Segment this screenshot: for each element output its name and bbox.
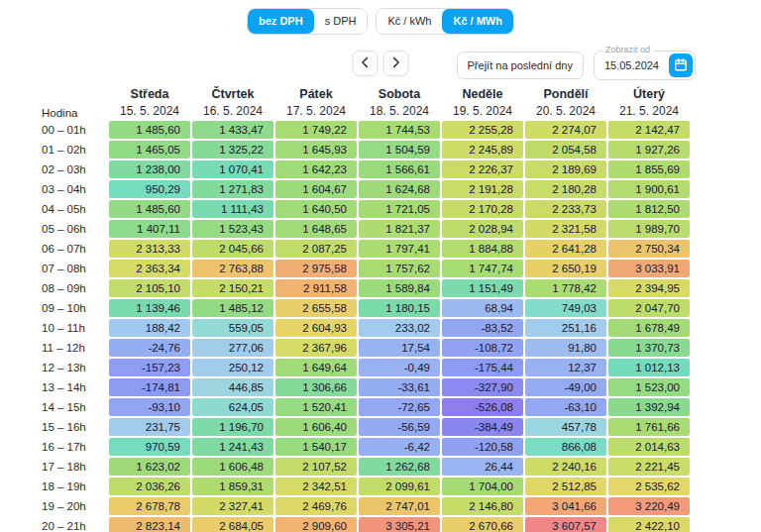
price-cell: 1 271,83 — [192, 180, 273, 198]
toggle-button[interactable]: Kč / kWh — [377, 9, 442, 34]
day-header: Čtvrtek — [192, 86, 273, 102]
price-cell: 2 146,80 — [442, 497, 523, 515]
day-header: Úterý — [608, 86, 690, 102]
price-cell: 2 233,73 — [525, 200, 606, 218]
price-cell: 2 394,95 — [608, 279, 690, 297]
price-cell: -0,49 — [359, 359, 440, 376]
hour-label: 03 – 04h — [42, 180, 107, 198]
price-cell: 2 054,58 — [525, 141, 606, 159]
date-header: 15. 5. 2024 — [109, 104, 190, 119]
price-cell: -63,10 — [525, 398, 606, 416]
date-header: 16. 5. 2024 — [192, 104, 273, 119]
price-cell: 1 900,61 — [608, 180, 690, 198]
price-cell: 2 142,47 — [608, 121, 690, 139]
price-cell: 1 761,66 — [608, 418, 690, 436]
calendar-icon — [674, 57, 688, 74]
price-cell: 2 274,07 — [525, 121, 606, 139]
price-cell: 1 749,22 — [275, 121, 357, 139]
price-cell: 1 111,43 — [192, 200, 273, 218]
date-header: 17. 5. 2024 — [275, 104, 357, 119]
price-cell: 277,06 — [192, 339, 273, 357]
price-cell: 3 220,49 — [608, 497, 690, 515]
price-cell: 1 821,37 — [359, 220, 440, 238]
price-cell: 2 191,28 — [442, 180, 523, 198]
price-cell: 2 014,63 — [608, 438, 690, 456]
price-cell: 2 087,25 — [275, 240, 357, 258]
price-cell: 1 485,60 — [109, 200, 190, 218]
day-header: Středa — [109, 86, 190, 102]
price-cell: 1 485,60 — [109, 121, 190, 139]
price-cell: -175,44 — [442, 359, 523, 376]
price-cell: 2 422,10 — [608, 517, 690, 532]
table-row: 12 – 13h-157,23250,121 649,64-0,49-175,4… — [42, 359, 690, 376]
price-cell: 12,37 — [525, 359, 606, 376]
day-header: Pátek — [275, 86, 357, 102]
table-row: 02 – 03h1 238,001 070,411 642,231 566,61… — [42, 160, 690, 178]
price-cell: 2 255,28 — [442, 121, 523, 139]
date-picker[interactable]: Zobrazit od 15.05.2024 — [594, 51, 696, 80]
price-cell: 1 859,31 — [192, 478, 273, 495]
price-cell: 2 036,26 — [109, 478, 190, 495]
toggle-button[interactable]: s DPH — [314, 9, 368, 34]
chevron-left-icon — [359, 55, 373, 72]
price-cell: 457,78 — [525, 418, 606, 436]
price-cell: -108,72 — [442, 339, 523, 357]
date-picker-label: Zobrazit od — [602, 45, 653, 54]
vat-toggle-group: bez DPHs DPH — [247, 8, 368, 35]
price-cell: 2 099,61 — [359, 478, 440, 495]
price-cell: 2 221,45 — [608, 458, 690, 476]
price-cell: 2 189,69 — [525, 160, 606, 178]
price-cell: 1 606,40 — [275, 418, 357, 436]
price-cell: 1 645,93 — [275, 141, 357, 159]
day-header: Pondělí — [525, 86, 606, 102]
toggle-button[interactable]: Kč / MWh — [442, 9, 513, 34]
price-cell: 1 012,13 — [608, 359, 690, 376]
hour-label: 18 – 19h — [42, 478, 107, 495]
price-cell: 1 623,02 — [109, 458, 190, 476]
price-cell: 2 240,16 — [525, 458, 606, 476]
price-cell: 1 721,05 — [359, 200, 440, 218]
price-cell: 2 469,76 — [275, 497, 357, 515]
price-cell: 1 855,69 — [608, 160, 690, 178]
go-to-last-days-button[interactable]: Přejít na poslední dny — [457, 52, 584, 79]
prev-day-button[interactable] — [353, 51, 379, 76]
price-cell: 2 367,96 — [275, 339, 357, 357]
price-cell: 1 262,68 — [359, 458, 440, 476]
date-header: 20. 5. 2024 — [525, 104, 606, 119]
price-cell: 2 028,94 — [442, 220, 523, 238]
price-cell: 1 648,65 — [275, 220, 357, 238]
price-cell: 1 370,73 — [608, 339, 690, 357]
table-row: 03 – 04h950,291 271,831 604,671 624,682 … — [42, 180, 690, 198]
price-cell: 2 226,37 — [442, 160, 523, 178]
table-row: 08 – 09h2 105,102 150,212 911,581 589,84… — [42, 279, 690, 297]
price-cell: 231,75 — [109, 418, 190, 436]
price-cell: 1 151,49 — [442, 279, 523, 297]
table-row: 13 – 14h-174,81446,851 306,66-33,61-327,… — [42, 378, 690, 396]
hour-label: 08 – 09h — [42, 279, 107, 297]
hour-label: 20 – 21h — [42, 517, 107, 532]
next-day-button[interactable] — [383, 51, 409, 76]
price-cell: 3 305,21 — [359, 517, 440, 532]
price-cell: 91,80 — [525, 339, 606, 357]
unit-toggle-group: Kč / kWhKč / MWh — [376, 8, 514, 35]
price-table-header: StředaČtvrtekPátekSobotaNedělePondělíÚte… — [42, 86, 690, 119]
toggle-button[interactable]: bez DPH — [248, 9, 314, 34]
hour-label: 00 – 01h — [42, 121, 107, 139]
price-cell: 17,54 — [359, 339, 440, 357]
table-row: 15 – 16h231,751 196,701 606,40-56,59-384… — [42, 418, 690, 436]
price-cell: -83,52 — [442, 319, 523, 337]
price-cell: 1 504,59 — [359, 141, 440, 159]
price-cell: 1 642,23 — [275, 160, 357, 178]
price-cell: 2 684,05 — [192, 517, 273, 532]
date-controls: Přejít na poslední dny Zobrazit od 15.05… — [457, 51, 696, 80]
hour-label: 01 – 02h — [42, 141, 107, 159]
date-header: 18. 5. 2024 — [359, 104, 440, 119]
price-cell: 1 070,41 — [192, 160, 273, 178]
price-cell: -327,90 — [442, 378, 523, 396]
price-cell: 1 589,84 — [359, 279, 440, 297]
price-cell: -49,00 — [525, 378, 606, 396]
price-cell: 2 180,28 — [525, 180, 606, 198]
price-cell: 1 523,00 — [608, 378, 690, 396]
calendar-button[interactable] — [669, 53, 693, 77]
price-cell: 2 747,01 — [359, 497, 440, 515]
